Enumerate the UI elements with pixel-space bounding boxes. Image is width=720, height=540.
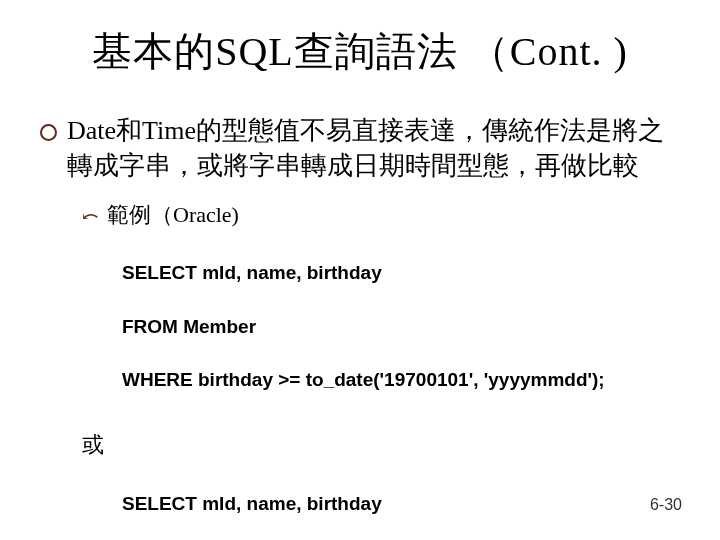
code-line: WHERE birthday >= to_date('19700101', 'y… (122, 367, 682, 394)
code-block-1: SELECT mId, name, birthday FROM Member W… (122, 234, 682, 420)
slide-title: 基本的SQL查詢語法 （Cont. ) (38, 24, 682, 79)
bullet-1-text: Date和Time的型態值不易直接表達，傳統作法是將之轉成字串，或將字串轉成日期… (67, 113, 682, 183)
page-number: 6-30 (650, 496, 682, 514)
code-line: SELECT mId, name, birthday (122, 491, 682, 518)
bullet-level-2: ⤺ 範例（Oracle) (82, 201, 682, 230)
code-block-2: SELECT mId, name, birthday FROM Member W… (122, 464, 682, 540)
code-line: SELECT mId, name, birthday (122, 260, 682, 287)
or-separator: 或 (82, 430, 682, 460)
slide: 基本的SQL查詢語法 （Cont. ) Date和Time的型態值不易直接表達，… (0, 0, 720, 540)
bullet-level-1: Date和Time的型態值不易直接表達，傳統作法是將之轉成字串，或將字串轉成日期… (38, 113, 682, 183)
bullet-2-text: 範例（Oracle) (107, 201, 239, 230)
code-line: FROM Member (122, 314, 682, 341)
tilde-bullet-icon: ⤺ (82, 203, 99, 229)
circle-bullet-icon (40, 124, 57, 141)
